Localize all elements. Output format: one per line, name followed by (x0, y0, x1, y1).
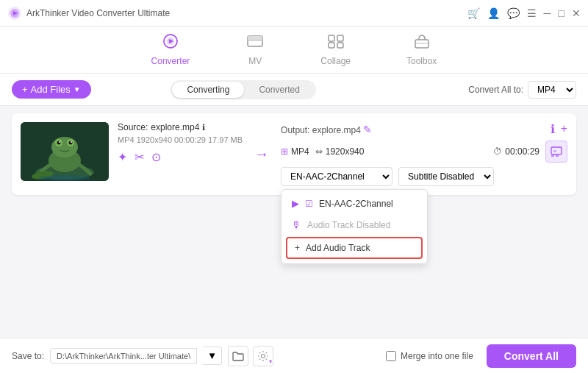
nav-mv[interactable]: MV (240, 30, 270, 69)
nav-collage-label: Collage (320, 56, 351, 66)
tab-converted[interactable]: Converted (244, 82, 314, 98)
output-header: Output: explore.mp4 ✎ ℹ + (281, 122, 567, 136)
cut-icon[interactable]: ✂ (135, 150, 144, 164)
source-filename: explore.mp4 (151, 122, 199, 132)
audio-track-disabled-label: Audio Track Disabled (307, 220, 390, 230)
nav-toolbox-label: Toolbox (406, 56, 437, 66)
convert-all-button[interactable]: Convert All (487, 344, 576, 368)
svg-point-24 (71, 141, 72, 143)
nav-mv-label: MV (248, 56, 262, 66)
mic-disabled-icon: 🎙 (292, 219, 301, 230)
add-audio-track-label: Add Audio Track (306, 243, 370, 253)
merge-checkbox[interactable] (386, 351, 396, 361)
output-resolution: 1920x940 (326, 146, 365, 157)
bottom-icons: ▾ (228, 346, 273, 366)
convert-all-to-label: Convert All to: (468, 85, 523, 95)
file-right: Output: explore.mp4 ✎ ℹ + ⊞ MP4 (281, 122, 567, 186)
main-content: Source: explore.mp4 ℹ MP4 1920x940 00:00… (0, 106, 588, 338)
person-icon[interactable]: 👤 (487, 7, 500, 19)
chat-icon[interactable]: 💬 (507, 7, 520, 19)
file-info: Source: explore.mp4 ℹ MP4 1920x940 00:00… (118, 122, 243, 164)
collage-icon (326, 33, 345, 54)
open-folder-button[interactable] (228, 346, 248, 366)
svg-rect-11 (329, 43, 334, 48)
edit-icon[interactable]: ✎ (363, 124, 372, 135)
output-resolution-badge: ⇔ 1920x940 (315, 146, 365, 157)
output-format: MP4 (291, 146, 309, 157)
effect-icon[interactable]: ⊙ (151, 150, 161, 164)
minimize-icon[interactable]: ─ (544, 7, 551, 19)
nav-collage[interactable]: Collage (315, 30, 356, 69)
bottom-bar: Save to: ▼ ▾ Merge into one file Convert… (0, 338, 588, 373)
svg-point-18 (51, 137, 78, 157)
file-meta: MP4 1920x940 00:00:29 17.97 MB (118, 135, 243, 144)
file-left: Source: explore.mp4 ℹ MP4 1920x940 00:00… (21, 122, 243, 186)
save-to-label: Save to: (12, 351, 44, 361)
output-header-icons: ℹ + (551, 122, 567, 136)
svg-rect-9 (329, 35, 334, 41)
audio-track-option-disabled[interactable]: 🎙 Audio Track Disabled (282, 214, 427, 235)
nav-converter[interactable]: Converter (146, 30, 196, 69)
close-icon[interactable]: ✕ (572, 7, 581, 19)
title-bar: ArkThinker Video Converter Ultimate 🛒 👤 … (0, 0, 588, 26)
convert-arrow: → (251, 146, 272, 163)
add-files-button[interactable]: + Add Files ▼ (12, 80, 91, 99)
subtitle-select[interactable]: Subtitle Disabled Add Subtitle (398, 167, 494, 186)
file-format: MP4 (118, 135, 135, 144)
file-resolution: 1920x940 (137, 135, 172, 144)
title-bar-controls: 🛒 👤 💬 ☰ ─ □ ✕ (467, 7, 581, 19)
svg-point-31 (262, 354, 265, 358)
menu-icon[interactable]: ☰ (527, 7, 537, 19)
source-label: Source: (118, 122, 148, 132)
mv-icon (245, 33, 265, 54)
add-files-dropdown-arrow: ▼ (74, 85, 81, 93)
add-output-icon[interactable]: + (561, 122, 567, 136)
output-label: Output: explore.mp4 ✎ (281, 124, 372, 135)
title-bar-left: ArkThinker Video Converter Ultimate (7, 6, 170, 21)
settings-button[interactable]: ▾ (253, 346, 273, 366)
add-track-plus-icon: + (295, 243, 300, 253)
info-icon[interactable]: ℹ (202, 123, 205, 132)
play-triangle-icon: ▶ (292, 198, 299, 209)
add-audio-track-option[interactable]: + Add Audio Track (286, 237, 423, 259)
top-nav: Converter MV Collage (0, 26, 588, 74)
output-format-badge: ⊞ MP4 (281, 146, 309, 157)
file-size: 17.97 MB (208, 135, 243, 144)
svg-rect-12 (337, 43, 343, 48)
file-duration: 00:00:29 (174, 135, 206, 144)
wand-icon[interactable]: ✦ (118, 150, 127, 164)
svg-point-21 (57, 141, 61, 145)
audio-track-option-1[interactable]: ▶ ☑ EN-AAC-2Channel (282, 193, 427, 214)
audio-track-select[interactable]: EN-AAC-2Channel Audio Track Disabled (281, 167, 392, 186)
output-filename: explore.mp4 (312, 125, 361, 135)
svg-point-26 (39, 175, 90, 181)
output-duration: 00:00:29 (505, 146, 539, 157)
file-card: Source: explore.mp4 ℹ MP4 1920x940 00:00… (12, 113, 576, 195)
cart-icon[interactable]: 🛒 (467, 7, 480, 19)
add-files-label: Add Files (31, 84, 71, 95)
output-format-row: ⊞ MP4 ⇔ 1920x940 ⏱ 00:00:29 (281, 141, 567, 163)
plus-icon: + (22, 84, 28, 95)
convert-all-format-select[interactable]: MP4 AVI MOV MKV (528, 81, 576, 99)
nav-converter-label: Converter (151, 56, 190, 66)
toolbar: + Add Files ▼ Converting Converted Conve… (0, 74, 588, 106)
save-path-input[interactable] (50, 348, 197, 364)
svg-point-22 (69, 141, 73, 145)
tab-converting[interactable]: Converting (172, 82, 244, 98)
nav-toolbox[interactable]: Toolbox (401, 30, 442, 69)
svg-point-23 (59, 141, 60, 143)
file-card-inner: Source: explore.mp4 ℹ MP4 1920x940 00:00… (21, 122, 567, 186)
svg-rect-7 (248, 36, 262, 40)
format-grid-icon: ⊞ (281, 146, 288, 157)
maximize-icon[interactable]: □ (559, 7, 564, 19)
resize-icon: ⇔ (315, 146, 323, 157)
info-circle-icon[interactable]: ℹ (551, 122, 555, 136)
thumbnail-button[interactable] (545, 141, 567, 163)
audio-dropdown-menu: ▶ ☑ EN-AAC-2Channel 🎙 Audio Track Disabl… (281, 189, 428, 264)
toolbox-icon (412, 33, 431, 54)
svg-rect-10 (337, 35, 343, 41)
save-path-dropdown-button[interactable]: ▼ (203, 347, 222, 365)
tab-group: Converting Converted (171, 80, 315, 99)
merge-label: Merge into one file (401, 351, 473, 361)
output-duration-badge: ⏱ 00:00:29 (493, 146, 539, 157)
